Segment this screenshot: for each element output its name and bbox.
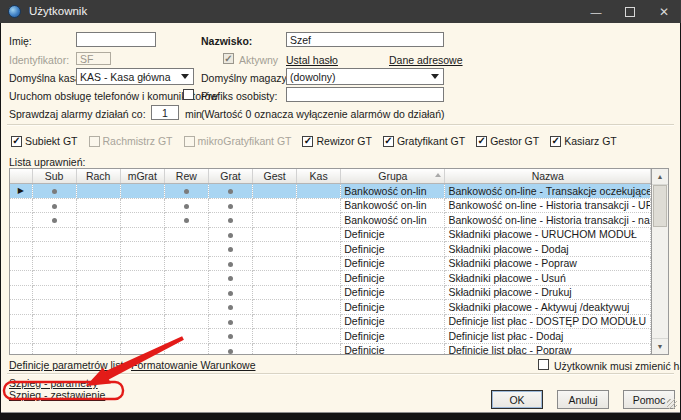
column-header[interactable]: Sub: [32, 169, 76, 184]
table-row[interactable]: DefinicjeSkładniki płacowe - Popraw: [10, 256, 651, 271]
permission-cell-kas: [297, 329, 341, 344]
permission-cell-kas: [297, 227, 341, 242]
must-change-password-checkbox[interactable]: [538, 359, 549, 370]
close-button[interactable]: ✕: [647, 0, 681, 23]
row-selector[interactable]: [10, 314, 32, 329]
program-checkbox-item[interactable]: ✓Gestor GT: [476, 135, 539, 147]
table-row[interactable]: DefinicjeSkładniki płacowe - Drukuj: [10, 285, 651, 300]
program-checkbox-item[interactable]: ✓Rewizor GT: [302, 135, 371, 147]
imie-input[interactable]: [76, 32, 156, 47]
table-row[interactable]: DefinicjeSkładniki płacowe - Aktywuj /de…: [10, 300, 651, 315]
permissions-table: SubRachmGratRewGratGestKasGrupaNazwa ▶Ba…: [9, 168, 652, 355]
program-checkbox-item[interactable]: ✓Gratyfikant GT: [383, 135, 465, 147]
table-row[interactable]: ▶Bankowość on-linBankowość on-line - Tra…: [10, 184, 651, 199]
column-header[interactable]: Nazwa: [445, 169, 651, 184]
column-header[interactable]: Grat: [208, 169, 252, 184]
permission-cell-gest: [253, 242, 297, 257]
nazwisko-input[interactable]: Szef: [286, 32, 444, 47]
row-selector[interactable]: [10, 329, 32, 344]
table-row[interactable]: DefinicjeSkładniki płacowe - URUCHOM MOD…: [10, 227, 651, 242]
permission-cell-mgrat: [120, 300, 164, 315]
row-selector[interactable]: [10, 300, 32, 315]
scroll-up-icon[interactable]: ▲: [652, 169, 668, 185]
table-header-row[interactable]: SubRachmGratRewGratGestKasGrupaNazwa: [10, 169, 651, 184]
row-selector[interactable]: [10, 242, 32, 257]
table-row[interactable]: DefinicjeDefinicje list płac - DOSTĘP DO…: [10, 314, 651, 329]
permission-cell-grat: [208, 184, 252, 199]
checkbox-icon[interactable]: ✓: [302, 136, 313, 147]
column-header[interactable]: [10, 169, 32, 184]
table-row[interactable]: DefinicjeDefinicje list płac - Popraw: [10, 343, 651, 355]
permission-cell-mgrat: [120, 256, 164, 271]
ok-button[interactable]: OK: [491, 390, 543, 409]
nazwa-cell: Składniki płacowe - Popraw: [445, 256, 651, 271]
table-row[interactable]: DefinicjeSkładniki płacowe - Usuń: [10, 271, 651, 286]
row-selector-arrow-icon[interactable]: ▶: [10, 184, 32, 199]
permission-dot-icon: [228, 320, 233, 325]
dane-adresowe-link[interactable]: Dane adresowe: [389, 54, 463, 66]
telefony-checkbox[interactable]: [183, 89, 194, 100]
alarmy-input[interactable]: 1: [151, 105, 179, 120]
ustal-haslo-link[interactable]: Ustal hasło: [286, 54, 338, 66]
column-header[interactable]: Rach: [76, 169, 120, 184]
domyslna-kasa-select[interactable]: KAS - Kasa główna: [76, 68, 194, 85]
sort-ascending-icon: [435, 173, 441, 177]
row-selector[interactable]: [10, 227, 32, 242]
checkbox-icon[interactable]: ✓: [476, 136, 487, 147]
row-selector[interactable]: [10, 213, 32, 228]
row-selector[interactable]: [10, 343, 32, 355]
permission-cell-kas: [297, 285, 341, 300]
maximize-button[interactable]: [613, 0, 647, 23]
szpieg-zestawienie-link[interactable]: Szpieg - zestawienie: [9, 389, 105, 401]
resize-grip[interactable]: [667, 399, 677, 409]
scrollbar-thumb[interactable]: [653, 185, 667, 227]
table-row[interactable]: Bankowość on-linBankowość on-line - Hist…: [10, 198, 651, 213]
permission-cell-grat: [208, 256, 252, 271]
definicje-parametrow-link[interactable]: Definicje parametrów list: [9, 359, 123, 371]
checkbox-icon[interactable]: ✓: [11, 136, 22, 147]
szpieg-parametry-link[interactable]: Szpieg - parametry: [9, 377, 98, 389]
column-header[interactable]: Grupa: [341, 169, 445, 184]
checkbox-icon[interactable]: ✓: [383, 136, 394, 147]
table-row[interactable]: DefinicjeDefinicje list płac - Dodaj: [10, 329, 651, 344]
permission-cell-sub: [32, 300, 76, 315]
column-header[interactable]: Gest: [253, 169, 297, 184]
anuluj-button[interactable]: Anuluj: [557, 390, 609, 409]
column-header[interactable]: Rew: [164, 169, 208, 184]
row-selector[interactable]: [10, 198, 32, 213]
permission-cell-rew: [164, 242, 208, 257]
column-header[interactable]: mGrat: [120, 169, 164, 184]
minimize-button[interactable]: —: [579, 0, 613, 23]
scroll-down-icon[interactable]: ▼: [652, 338, 668, 354]
row-selector[interactable]: [10, 271, 32, 286]
permission-cell-rew: [164, 198, 208, 213]
permission-dot-icon: [228, 233, 233, 238]
permission-cell-sub: [32, 184, 76, 199]
vertical-scrollbar[interactable]: ▲ ▼: [652, 168, 669, 355]
row-selector[interactable]: [10, 285, 32, 300]
table-row[interactable]: Bankowość on-linBankowość on-line - Hist…: [10, 213, 651, 228]
table-row[interactable]: DefinicjeSkładniki płacowe - Dodaj: [10, 242, 651, 257]
permission-cell-kas: [297, 198, 341, 213]
permission-cell-rew: [164, 227, 208, 242]
permission-dot-icon: [52, 204, 57, 209]
program-checkbox-item: Rachmistrz GT: [89, 135, 173, 147]
program-checkbox-item[interactable]: ✓Kasiarz GT: [550, 135, 617, 147]
formatowanie-warunkowe-link[interactable]: Formatowanie Warunkowe: [131, 359, 256, 371]
grupa-cell: Definicje: [341, 256, 445, 271]
prefiks-input[interactable]: [286, 87, 444, 102]
program-checkbox-item[interactable]: ✓Subiekt GT: [11, 135, 78, 147]
row-selector[interactable]: [10, 256, 32, 271]
checkbox-icon[interactable]: ✓: [550, 136, 561, 147]
permission-cell-sub: [32, 242, 76, 257]
program-label: mikroGratyfikant GT: [198, 135, 292, 147]
domyslny-magazyn-select[interactable]: (dowolny): [286, 68, 444, 85]
permission-dot-icon: [184, 189, 189, 194]
permission-cell-kas: [297, 242, 341, 257]
permission-cell-gest: [253, 256, 297, 271]
alarmy-unit-label: min: [185, 108, 202, 120]
permission-cell-gest: [253, 329, 297, 344]
column-header[interactable]: Kas: [297, 169, 341, 184]
permission-cell-gest: [253, 271, 297, 286]
must-change-password-label: Użytkownik musi zmienić hasło: [554, 360, 681, 372]
